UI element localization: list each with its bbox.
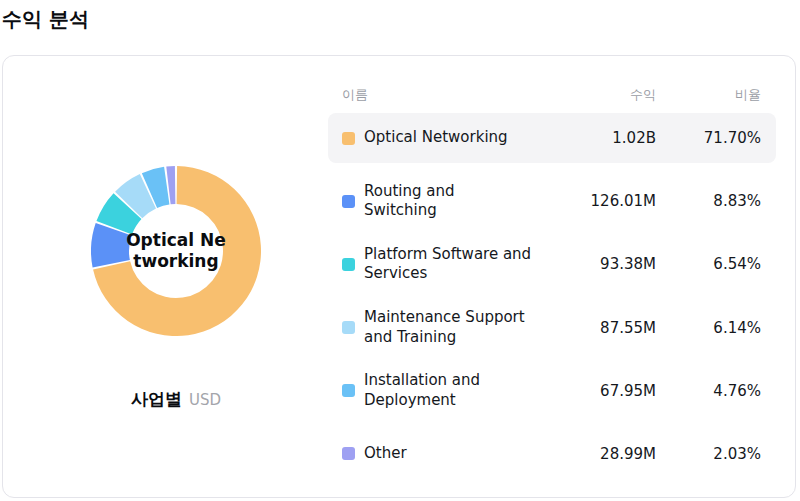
row-name: Maintenance Support and Training	[364, 308, 532, 347]
table-row[interactable]: Optical Networking 1.02B 71.70%	[328, 113, 776, 163]
caption-group-label: 사업별	[131, 389, 182, 409]
row-ratio: 2.03%	[656, 445, 761, 463]
page-title: 수익 분석	[2, 6, 89, 33]
row-ratio: 6.14%	[656, 319, 761, 337]
legend-swatch	[342, 447, 355, 460]
row-ratio: 8.83%	[656, 192, 761, 210]
row-revenue: 28.99M	[532, 445, 656, 463]
table-row[interactable]: Installation and Deployment 67.95M 4.76%	[328, 366, 776, 416]
row-name: Other	[364, 444, 407, 464]
row-name: Platform Software and Services	[364, 245, 532, 284]
row-name: Routing and Switching	[364, 182, 532, 221]
chart-caption: 사업별USD	[3, 388, 349, 411]
header-ratio: 비율	[656, 86, 761, 104]
row-ratio: 6.54%	[656, 255, 761, 273]
header-name: 이름	[342, 86, 532, 104]
row-name: Optical Networking	[364, 128, 508, 148]
table-header: 이름 수익 비율	[328, 85, 776, 105]
donut-wrap: Optical Ne tworking	[91, 166, 261, 336]
legend-swatch	[342, 384, 355, 397]
row-revenue: 87.55M	[532, 319, 656, 337]
row-revenue: 93.38M	[532, 255, 656, 273]
chart-column: Optical Ne tworking 사업별USD	[3, 56, 349, 497]
legend-table: 이름 수익 비율 Optical Networking 1.02B 71.70%…	[328, 56, 776, 497]
row-ratio: 4.76%	[656, 382, 761, 400]
donut-chart[interactable]	[91, 166, 261, 336]
legend-swatch	[342, 132, 355, 145]
table-row[interactable]: Other 28.99M 2.03%	[328, 429, 776, 479]
legend-swatch	[342, 321, 355, 334]
caption-unit-label: USD	[189, 391, 221, 409]
row-name: Installation and Deployment	[364, 371, 532, 410]
legend-swatch	[342, 258, 355, 271]
header-revenue: 수익	[532, 86, 656, 104]
table-row[interactable]: Routing and Switching 126.01M 8.83%	[328, 176, 776, 226]
row-revenue: 126.01M	[532, 192, 656, 210]
table-rows: Optical Networking 1.02B 71.70% Routing …	[328, 113, 776, 479]
revenue-card: Optical Ne tworking 사업별USD 이름 수익 비율 Opti…	[2, 55, 796, 498]
row-revenue: 1.02B	[532, 129, 656, 147]
row-ratio: 71.70%	[656, 129, 761, 147]
table-row[interactable]: Maintenance Support and Training 87.55M …	[328, 303, 776, 353]
row-revenue: 67.95M	[532, 382, 656, 400]
table-row[interactable]: Platform Software and Services 93.38M 6.…	[328, 239, 776, 289]
legend-swatch	[342, 195, 355, 208]
